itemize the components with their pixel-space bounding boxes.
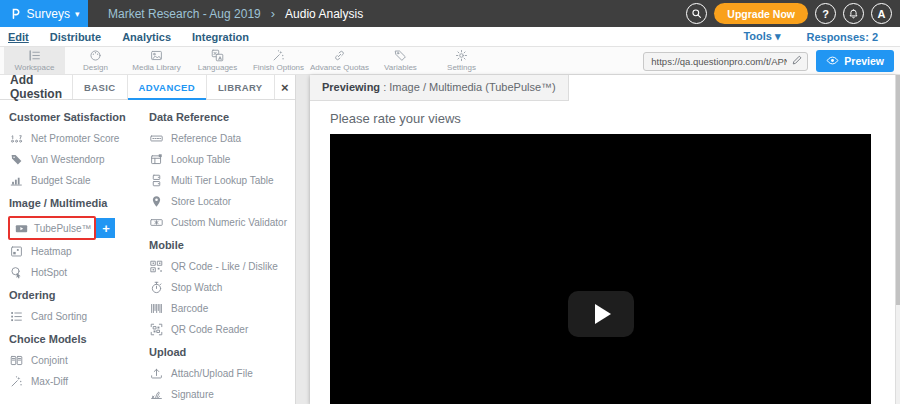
store-locator-icon — [149, 195, 164, 208]
question-type-store-locator[interactable]: Store Locator — [148, 193, 291, 209]
question-type-label: QR Code Reader — [171, 324, 248, 335]
signature-icon — [149, 388, 164, 401]
question-type-lookup-table[interactable]: Lookup Table — [148, 151, 291, 167]
bar-chart-icon — [9, 174, 24, 187]
breadcrumb-page-name: Audio Analysis — [285, 7, 363, 21]
question-type-label: Signature — [171, 389, 214, 400]
add-question-header: Add Question BASICADVANCEDLIBRARY × — [0, 75, 295, 100]
toolbar-media-library[interactable]: Media Library — [126, 47, 187, 74]
question-type-custom-numeric-validator[interactable]: Custom Numeric Validator — [148, 214, 291, 230]
question-type-label: TubePulse™ — [34, 223, 91, 234]
tab-basic[interactable]: BASIC — [72, 75, 127, 99]
breadcrumb-survey-name[interactable]: Market Research - Aug 2019 — [108, 7, 261, 21]
survey-url-wrap — [643, 51, 808, 71]
play-icon — [595, 304, 611, 324]
preview-pane: Previewing : Image / Multimedia (TubePul… — [310, 75, 896, 404]
question-type-max-diff[interactable]: Max-Diff — [8, 373, 136, 389]
breadcrumb-separator: › — [271, 6, 275, 21]
languages-icon — [211, 49, 224, 62]
section-ordering: OrderingCard Sorting — [8, 289, 136, 324]
scrollbar-thumb[interactable] — [896, 75, 900, 305]
question-type-qr-code-reader[interactable]: QR Code Reader — [148, 321, 291, 337]
section-title: Customer Satisfaction — [9, 111, 136, 123]
question-type-qr-code-like-dislike[interactable]: QR Code - Like / Dislike — [148, 258, 291, 274]
eye-icon — [826, 54, 839, 67]
question-type-label: Reference Data — [171, 133, 241, 144]
help-icon[interactable]: ? — [815, 3, 836, 24]
add-tubepulse-button[interactable]: + — [96, 218, 115, 238]
question-type-label: Net Promoter Score — [31, 133, 119, 144]
question-type-tubepulse[interactable]: TubePulse™+ — [8, 216, 96, 240]
qr-reader-icon — [149, 323, 164, 336]
survey-toolbar: WorkspaceDesignMedia LibraryLanguagesFin… — [0, 47, 900, 75]
question-type-conjoint[interactable]: Conjoint — [8, 352, 136, 368]
menu-integration[interactable]: Integration — [192, 31, 249, 43]
section-customer-satisfaction: Customer SatisfactionNet Promoter ScoreV… — [8, 111, 136, 188]
surveys-menu-button[interactable]: Surveys ▾ — [0, 0, 88, 27]
question-type-heatmap[interactable]: Heatmap — [8, 243, 136, 259]
toolbar-languages[interactable]: Languages — [187, 47, 248, 74]
topbar-actions: Upgrade Now ? A — [686, 0, 900, 27]
toolbar-workspace[interactable]: Workspace — [4, 47, 65, 74]
toolbar-design[interactable]: Design — [65, 47, 126, 74]
toolbar-finish-options[interactable]: Finish Options — [248, 47, 309, 74]
toolbar-settings[interactable]: Settings — [431, 47, 492, 74]
question-type-label: Stop Watch — [171, 282, 222, 293]
question-type-barcode[interactable]: Barcode — [148, 300, 291, 316]
responses-link[interactable]: Responses: 2 — [806, 31, 878, 43]
question-type-multi-tier-lookup-table[interactable]: Multi Tier Lookup Table — [148, 172, 291, 188]
toolbar-right: Preview — [643, 47, 900, 74]
questionpro-app: Surveys ▾ Market Research - Aug 2019 › A… — [0, 0, 900, 404]
question-type-label: Max-Diff — [31, 376, 68, 387]
menu-analytics[interactable]: Analytics — [122, 31, 171, 43]
toolbar-variables[interactable]: Variables — [370, 47, 431, 74]
survey-url-input[interactable] — [643, 52, 808, 71]
previewing-label-rest: : Image / Multimedia (TubePulse™) — [380, 81, 556, 93]
search-icon[interactable] — [686, 3, 707, 24]
wand-icon — [9, 375, 24, 388]
multi-tier-icon — [149, 174, 164, 187]
nps-icon — [9, 132, 24, 145]
question-type-reference-data[interactable]: Reference Data — [148, 130, 291, 146]
question-type-stop-watch[interactable]: Stop Watch — [148, 279, 291, 295]
question-type-van-westendorp[interactable]: Van Westendorp — [8, 151, 136, 167]
toolbar-label: Finish Options — [253, 63, 304, 72]
tab-advanced[interactable]: ADVANCED — [127, 75, 206, 99]
play-button[interactable] — [568, 291, 634, 337]
menu-distribute[interactable]: Distribute — [50, 31, 101, 43]
menubar-right: Tools ▾ Responses: 2 — [743, 30, 878, 43]
question-type-label: Barcode — [171, 303, 208, 314]
workspace-icon — [28, 49, 41, 62]
question-type-net-promoter-score[interactable]: Net Promoter Score — [8, 130, 136, 146]
video-icon — [14, 222, 29, 235]
toolbar-label: Settings — [447, 63, 476, 72]
notifications-bell-icon[interactable] — [843, 3, 864, 24]
question-type-hotspot[interactable]: HotSpot — [8, 264, 136, 280]
question-type-card-sorting[interactable]: Card Sorting — [8, 308, 136, 324]
toolbar-items: WorkspaceDesignMedia LibraryLanguagesFin… — [4, 47, 492, 74]
video-player[interactable] — [330, 134, 871, 404]
page-scrollbar[interactable] — [895, 75, 900, 404]
question-type-attach-upload-file[interactable]: Attach/Upload File — [148, 365, 291, 381]
section-image-multimedia: Image / MultimediaTubePulse™+HeatmapHotS… — [8, 197, 136, 280]
question-type-label: Store Locator — [171, 196, 231, 207]
question-types-right-column: Data ReferenceReference DataLookup Table… — [140, 102, 295, 404]
preview-button[interactable]: Preview — [816, 50, 894, 72]
previewing-label: Previewing : Image / Multimedia (TubePul… — [310, 75, 569, 101]
tab-library[interactable]: LIBRARY — [206, 75, 274, 99]
tools-dropdown[interactable]: Tools ▾ — [743, 30, 780, 43]
question-tabs: BASICADVANCEDLIBRARY — [72, 75, 274, 99]
close-icon[interactable]: × — [274, 75, 295, 99]
question-type-signature[interactable]: Signature — [148, 386, 291, 402]
toolbar-advance-quotas[interactable]: Advance Quotas — [309, 47, 370, 74]
upload-icon — [149, 367, 164, 380]
question-type-budget-scale[interactable]: Budget Scale — [8, 172, 136, 188]
upgrade-button[interactable]: Upgrade Now — [714, 3, 808, 24]
edit-url-pencil-icon[interactable] — [791, 54, 803, 66]
question-type-label: Van Westendorp — [31, 154, 105, 165]
user-avatar[interactable]: A — [871, 3, 892, 24]
menubar: EditDistributeAnalyticsIntegration Tools… — [0, 27, 900, 47]
advance-quotas-icon — [333, 49, 346, 62]
menu-edit[interactable]: Edit — [8, 31, 29, 43]
tag-icon — [9, 153, 24, 166]
